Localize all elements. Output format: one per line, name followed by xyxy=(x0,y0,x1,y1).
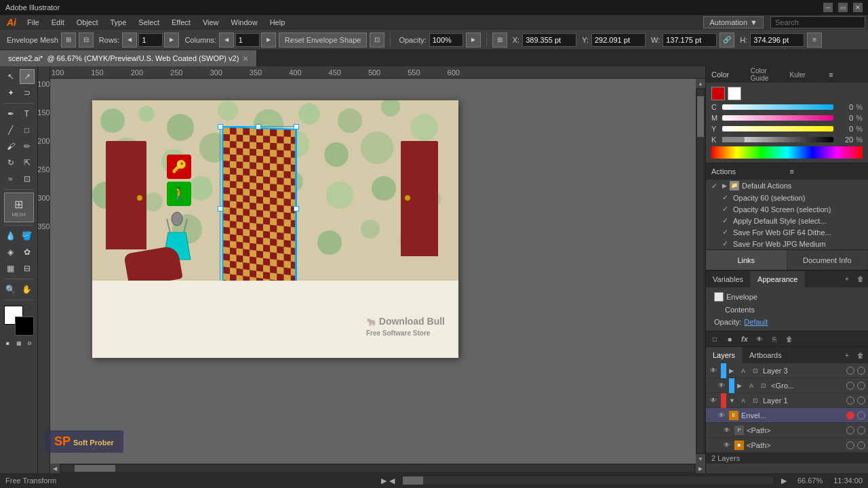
panel-new-btn[interactable]: + xyxy=(841,272,853,285)
gro-expand-btn[interactable]: ▶ xyxy=(737,382,744,389)
add-fill-btn[interactable]: ■ xyxy=(724,333,736,345)
close-button[interactable]: ✕ xyxy=(853,3,863,12)
color-selector[interactable] xyxy=(4,306,34,336)
layer-1-lock[interactable] xyxy=(857,396,865,405)
opacity-input[interactable] xyxy=(429,33,463,47)
document-info-tab[interactable]: Document Info xyxy=(787,250,869,270)
opacity-row[interactable]: Opacity: Default xyxy=(711,316,863,328)
y-input[interactable] xyxy=(591,33,646,47)
scroll-down-btn[interactable]: ▼ xyxy=(696,454,705,464)
column-graph-tool[interactable]: ▦ xyxy=(3,261,18,276)
scroll-up-btn[interactable]: ▲ xyxy=(696,79,705,88)
layer-3-lock-circle[interactable] xyxy=(857,367,865,375)
blend-tool[interactable]: ◈ xyxy=(3,245,18,260)
y-slider[interactable] xyxy=(722,126,833,131)
play-btn[interactable]: ▶ xyxy=(381,476,387,485)
m-slider[interactable] xyxy=(722,115,833,121)
white-swatch[interactable] xyxy=(728,87,741,100)
rows-down-btn[interactable]: ◀ xyxy=(122,33,137,47)
cols-down-btn[interactable]: ◀ xyxy=(219,33,234,47)
x-input[interactable] xyxy=(522,33,576,47)
scroll-right-btn[interactable]: ▶ xyxy=(696,464,705,473)
layer-1-expand-btn[interactable]: ▼ xyxy=(729,397,736,404)
mesh-icon2[interactable]: ⊟ xyxy=(79,33,94,47)
more-options-icon[interactable]: ≡ xyxy=(807,33,822,47)
transform-icon[interactable]: ⊞ xyxy=(492,33,507,47)
color-guide-tab-label[interactable]: Color Guide xyxy=(751,67,785,82)
path2-lock[interactable] xyxy=(857,441,865,449)
document-tab[interactable]: scene2.ai* @ 66.67% (CMYK/Preview/U.S. W… xyxy=(0,50,257,66)
path1-target[interactable] xyxy=(846,426,854,434)
rect-tool[interactable]: □ xyxy=(20,123,35,138)
link-icon[interactable]: 🔗 xyxy=(719,33,734,47)
minimize-button[interactable]: ─ xyxy=(823,3,833,12)
w-input[interactable] xyxy=(663,33,717,47)
pen-tool[interactable]: ✒ xyxy=(3,106,18,121)
actions-item-opacity60[interactable]: ✓ Opacity 60 (selection) xyxy=(717,192,868,203)
path1-visibility-toggle[interactable]: 👁 xyxy=(722,426,732,435)
menu-type[interactable]: Type xyxy=(105,17,132,28)
menu-view[interactable]: View xyxy=(197,17,224,28)
window-controls[interactable]: ─ ▭ ✕ xyxy=(823,3,863,12)
timeline-thumb[interactable] xyxy=(403,476,423,485)
layer-row-1[interactable]: 👁 ▼ A ⊡ Layer 1 xyxy=(706,393,868,408)
type-tool[interactable]: T xyxy=(20,106,35,121)
paintbrush-tool[interactable]: 🖌 xyxy=(3,139,18,154)
layer-row-gro[interactable]: 👁 ▶ A ⊡ <Gro... xyxy=(706,378,868,393)
prev-frame-btn[interactable]: ◀ xyxy=(389,476,395,485)
links-tab[interactable]: Links xyxy=(706,250,787,270)
actions-item-opacity40[interactable]: ✓ Opacity 40 Screen (selection) xyxy=(717,203,868,215)
gro-lock[interactable] xyxy=(857,382,865,390)
expand-arrow[interactable]: ▶ xyxy=(722,182,727,189)
line-tool[interactable]: ╱ xyxy=(3,123,18,138)
background-color[interactable] xyxy=(15,317,34,336)
magic-wand-tool[interactable]: ✦ xyxy=(3,85,18,100)
gradient-mode-btn[interactable]: ▦ xyxy=(14,338,24,348)
layer-row-path1[interactable]: 👁 P <Path> xyxy=(706,423,868,438)
delete-appearance-btn[interactable]: 🗑 xyxy=(783,333,795,345)
menu-file[interactable]: File xyxy=(22,17,45,28)
diamond-pattern-object[interactable] xyxy=(222,126,296,281)
layer-3-visibility-toggle[interactable]: 👁 xyxy=(709,366,718,375)
path2-target[interactable] xyxy=(846,441,854,449)
gro-target[interactable] xyxy=(846,382,854,390)
cols-up-btn[interactable]: ▶ xyxy=(261,33,276,47)
horizontal-scrollbar[interactable]: ◀ ▶ xyxy=(50,464,705,473)
timeline-bar[interactable] xyxy=(403,476,773,485)
envel-lock[interactable] xyxy=(857,411,865,420)
menu-window[interactable]: Window xyxy=(226,17,263,28)
layer-row-envel[interactable]: 👁 E Envel... xyxy=(706,408,868,423)
opacity-arrow[interactable]: ▶ xyxy=(466,33,481,47)
h-input[interactable] xyxy=(750,33,804,47)
scroll-thumb[interactable] xyxy=(75,465,115,472)
layer-1-target[interactable] xyxy=(846,396,854,405)
appearance-tab[interactable]: Appearance xyxy=(751,271,805,287)
zoom-tool[interactable]: 🔍 xyxy=(3,282,18,297)
path1-lock[interactable] xyxy=(857,426,865,434)
vscroll-thumb[interactable] xyxy=(697,96,704,137)
cols-input[interactable]: 1 xyxy=(235,33,260,47)
paint-bucket-tool[interactable]: 🪣 xyxy=(20,228,35,243)
layers-tab[interactable]: Layers xyxy=(706,347,743,363)
fx-btn[interactable]: fx xyxy=(738,333,751,345)
mesh-icon1[interactable]: ⊞ xyxy=(61,33,76,47)
layer-row-path2[interactable]: 👁 ■ <Path> xyxy=(706,438,868,453)
variables-tab[interactable]: Variables xyxy=(706,271,751,287)
warp-tool[interactable]: ≈ xyxy=(3,171,18,186)
search-input[interactable] xyxy=(770,16,865,28)
panel-delete-btn[interactable]: 🗑 xyxy=(854,272,867,285)
red-swatch[interactable] xyxy=(711,87,725,100)
rotate-tool[interactable]: ↻ xyxy=(3,155,18,170)
canvas-area[interactable]: 100150200250300350400450500550600 100150… xyxy=(38,66,705,473)
hand-tool[interactable]: ✋ xyxy=(20,282,35,297)
actions-panel-header[interactable]: Actions ≡ xyxy=(706,163,868,180)
artboards-tab[interactable]: Artboards xyxy=(743,347,789,363)
eye-btn[interactable]: 👁 xyxy=(753,333,766,345)
kuler-tab-label[interactable]: Kuler xyxy=(790,71,824,79)
layer-1-visibility-toggle[interactable]: 👁 xyxy=(709,396,718,405)
vertical-scrollbar[interactable]: ▲ ▼ xyxy=(696,79,705,464)
lasso-tool[interactable]: ⊃ xyxy=(20,85,35,100)
actions-item-jpg[interactable]: ✓ Save For Web JPG Medium xyxy=(717,238,868,249)
actions-item-gif64[interactable]: ✓ Save For Web GIF 64 Dithe... xyxy=(717,226,868,238)
menu-select[interactable]: Select xyxy=(133,17,165,28)
